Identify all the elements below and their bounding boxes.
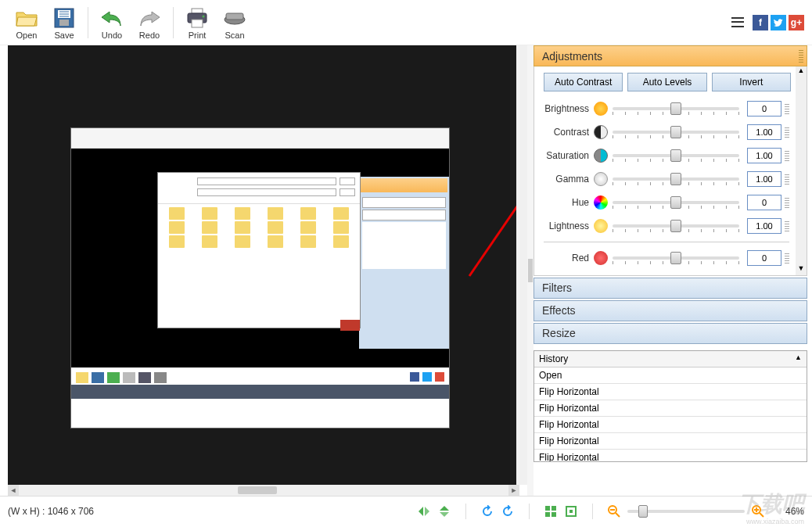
- undo-label: Undo: [102, 30, 122, 40]
- rotate-right-icon[interactable]: [501, 504, 515, 518]
- redo-button[interactable]: Redo: [131, 4, 168, 41]
- redo-label: Redo: [139, 30, 160, 40]
- red-label: Red: [537, 253, 594, 264]
- gamma-slider[interactable]: [613, 171, 739, 187]
- history-item[interactable]: Flip Horizontal: [534, 400, 807, 417]
- effects-header[interactable]: Effects: [534, 300, 807, 321]
- red-slider[interactable]: [613, 250, 739, 266]
- auto-contrast-button[interactable]: Auto Contrast: [544, 73, 623, 91]
- hue-value[interactable]: 0: [747, 195, 781, 210]
- undo-button[interactable]: Undo: [93, 4, 131, 41]
- zoom-percent: 46%: [785, 506, 804, 517]
- flip-vertical-icon[interactable]: [437, 504, 451, 518]
- contrast-label: Contrast: [537, 127, 594, 138]
- history-panel: History ▲ Open Flip Horizontal Flip Hori…: [534, 350, 807, 462]
- filters-header[interactable]: Filters: [534, 278, 807, 299]
- lightness-slider[interactable]: [613, 218, 739, 234]
- svg-point-8: [203, 15, 205, 17]
- contrast-value[interactable]: 1.00: [747, 124, 781, 140]
- history-item[interactable]: Flip Horizontal: [534, 450, 807, 461]
- scan-label: Scan: [225, 30, 244, 40]
- top-toolbar: Open Save Undo Redo Print Scan f g+: [0, 0, 812, 45]
- red-value[interactable]: 0: [747, 250, 781, 266]
- adjustments-header[interactable]: Adjustments: [534, 45, 807, 66]
- canvas[interactable]: [8, 45, 516, 485]
- gamma-row: Gamma 1.00: [537, 171, 803, 187]
- history-header: History ▲: [534, 351, 807, 367]
- svg-rect-6: [192, 9, 203, 13]
- save-button[interactable]: Save: [45, 4, 83, 41]
- open-button[interactable]: Open: [8, 4, 45, 41]
- actual-size-icon[interactable]: [564, 504, 578, 518]
- saturation-value[interactable]: 1.00: [747, 148, 781, 163]
- resize-title: Resize: [542, 327, 576, 339]
- svg-rect-16: [552, 512, 556, 517]
- rotate-left-icon[interactable]: [480, 504, 494, 518]
- printer-icon: [185, 5, 210, 30]
- scan-button[interactable]: Scan: [216, 4, 253, 41]
- svg-line-19: [616, 513, 620, 517]
- zoom-in-icon[interactable]: [751, 504, 765, 518]
- canvas-area: ◄ ►: [0, 45, 527, 496]
- lightness-row: Lightness 1.00: [537, 218, 803, 234]
- adjustments-body: Auto Contrast Auto Levels Invert Brightn…: [534, 66, 807, 276]
- list-icon[interactable]: [731, 16, 744, 29]
- history-item[interactable]: Flip Horizontal: [534, 433, 807, 450]
- brightness-value[interactable]: 0: [747, 101, 781, 117]
- print-label: Print: [189, 30, 207, 40]
- splitter[interactable]: [527, 45, 534, 496]
- svg-line-12: [469, 130, 516, 276]
- svg-rect-9: [192, 20, 203, 27]
- gamma-value[interactable]: 1.00: [747, 171, 781, 187]
- twitter-icon[interactable]: [771, 15, 786, 30]
- history-item[interactable]: Flip Horizontal: [534, 384, 807, 400]
- hue-slider[interactable]: [613, 195, 739, 210]
- svg-rect-2: [59, 20, 69, 26]
- horizontal-scrollbar[interactable]: ◄ ►: [8, 485, 519, 496]
- divider: [173, 7, 174, 38]
- saturation-row: Saturation 1.00: [537, 148, 803, 163]
- scroll-up-icon[interactable]: ▲: [795, 353, 802, 364]
- floppy-icon: [52, 5, 77, 30]
- brightness-slider[interactable]: [613, 101, 739, 117]
- vertical-scrollbar[interactable]: [516, 45, 527, 485]
- adjustments-title: Adjustments: [542, 50, 602, 63]
- contrast-slider[interactable]: [613, 124, 739, 140]
- history-item[interactable]: Open: [534, 367, 807, 384]
- scroll-down-icon[interactable]: ▼: [796, 264, 807, 275]
- invert-button[interactable]: Invert: [712, 73, 791, 91]
- social-icons: f g+: [731, 15, 804, 30]
- auto-levels-button[interactable]: Auto Levels: [627, 73, 706, 91]
- print-button[interactable]: Print: [178, 4, 216, 41]
- scroll-up-icon[interactable]: ▲: [796, 66, 807, 77]
- scroll-left-icon[interactable]: ◄: [8, 485, 19, 496]
- red-row: Red 0: [537, 250, 803, 266]
- flip-horizontal-icon[interactable]: [417, 504, 431, 518]
- red-arrow-annotation: [462, 124, 516, 280]
- watermark-url: www.xiazaiba.com: [746, 518, 804, 525]
- saturation-label: Saturation: [537, 150, 594, 161]
- svg-rect-14: [552, 506, 556, 511]
- zoom-slider[interactable]: [627, 510, 745, 513]
- fit-icon[interactable]: [544, 504, 558, 518]
- scanner-icon: [222, 5, 247, 30]
- gamma-label: Gamma: [537, 174, 594, 185]
- facebook-icon[interactable]: f: [753, 15, 768, 30]
- sun-icon: [594, 102, 608, 116]
- lightness-value[interactable]: 1.00: [747, 218, 781, 234]
- resize-header[interactable]: Resize: [534, 323, 807, 344]
- zoom-out-icon[interactable]: [607, 504, 621, 518]
- scroll-thumb[interactable]: [238, 486, 277, 494]
- divider: [88, 7, 88, 38]
- hue-row: Hue 0: [537, 195, 803, 210]
- panel-scrollbar[interactable]: ▲ ▼: [796, 66, 807, 275]
- lightness-label: Lightness: [537, 220, 594, 231]
- googleplus-icon[interactable]: g+: [789, 15, 804, 30]
- saturation-slider[interactable]: [613, 148, 739, 163]
- svg-line-22: [760, 513, 763, 517]
- red-icon: [594, 251, 608, 265]
- scroll-right-icon[interactable]: ►: [508, 485, 519, 496]
- folder-open-icon: [14, 5, 39, 30]
- history-item[interactable]: Flip Horizontal: [534, 417, 807, 433]
- status-bar: (W x H) : 1046 x 706 46%: [0, 496, 812, 525]
